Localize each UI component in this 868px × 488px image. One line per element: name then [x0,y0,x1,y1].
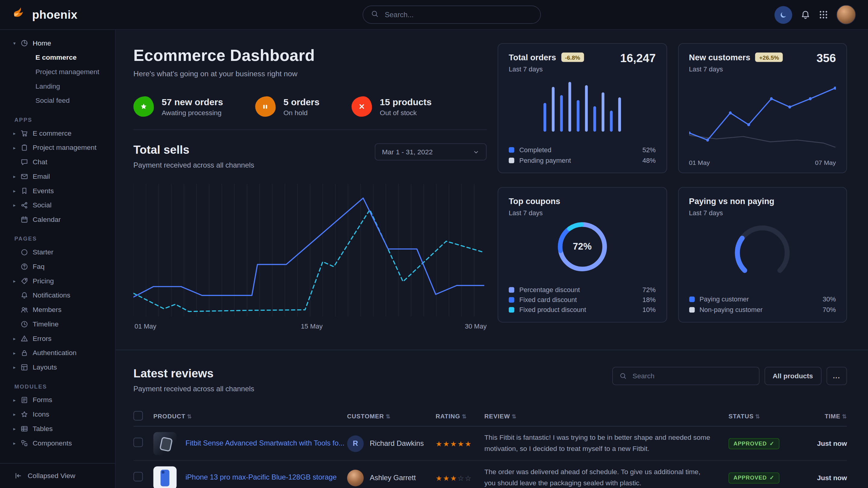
sidebar-item-landing[interactable]: Landing [0,79,115,93]
sidebar-item-calendar[interactable]: Calendar [0,213,115,227]
apps-menu-button[interactable] [819,10,828,19]
sidebar-item-errors[interactable]: ▸Errors [0,331,115,346]
more-options-button[interactable]: ... [826,367,847,385]
section-divider [116,350,868,350]
calendar-icon [21,216,33,224]
column-header-time[interactable]: TIME⇅ [801,413,847,419]
flag-icon [21,187,33,195]
users-icon [21,306,33,314]
brand-name: phoenix [32,8,77,22]
bar [610,110,613,132]
total-sells-chart: 01 May 15 May 30 May [133,184,487,317]
sidebar-item-label: Layouts [33,363,57,371]
sidebar-item-faq[interactable]: Faq [0,260,115,274]
stat-out-of-stock: 15 productsOut of stock [352,96,432,117]
date-range-select[interactable]: Mar 1 - 31, 2022 [375,143,487,160]
row-checkbox[interactable] [133,472,143,481]
sidebar-item-label: Pricing [33,277,54,285]
sidebar-item-events[interactable]: ▸Events [0,184,115,198]
all-products-button[interactable]: All products [764,367,821,385]
product-thumbnail[interactable] [153,432,177,455]
column-header-customer[interactable]: CUSTOMER⇅ [347,413,436,419]
sidebar-item-icons[interactable]: ▸Icons [0,407,115,422]
sidebar-item-components[interactable]: ▸Components [0,436,115,450]
user-avatar[interactable] [836,5,856,24]
notifications-button[interactable] [801,10,810,20]
sidebar-item-e-commerce[interactable]: E commerce [0,50,115,65]
reviews-table-header: PRODUCT⇅ CUSTOMER⇅ RATING⇅ REVIEW⇅ STATU… [133,406,847,426]
top-coupons-card: Top coupons Last 7 days 72% Percentage d… [498,187,667,323]
product-link[interactable]: Fitbit Sense Advanced Smartwatch with To… [185,438,344,448]
column-header-product[interactable]: PRODUCT⇅ [153,413,347,419]
reviews-search[interactable] [612,367,759,385]
column-header-review[interactable]: REVIEW⇅ [484,413,728,419]
legend-paying-customer: Paying customer30% [689,294,836,304]
customer-avatar [347,469,364,486]
sidebar-item-social[interactable]: ▸Social [0,198,115,213]
sidebar-item-label: Chat [33,158,47,166]
legend-swatch [689,296,694,302]
sidebar-item-project-management[interactable]: ▸Project management [0,140,115,155]
sidebar-item-project-management[interactable]: Project management [0,65,115,79]
sort-icon: ⇅ [512,413,517,419]
sidebar-item-e-commerce[interactable]: ▸E commerce [0,126,115,140]
rating-stars: ★★★★★ [436,438,485,449]
sidebar-item-label: Forms [33,396,52,404]
legend-value: 18% [642,296,656,304]
global-search-input[interactable] [384,10,533,19]
pause-icon [255,96,276,117]
reviews-search-input[interactable] [631,372,752,380]
form-icon [21,396,33,404]
sidebar-item-social-feed[interactable]: Social feed [0,93,115,108]
bar [585,85,588,131]
sidebar-item-chat[interactable]: Chat [0,155,115,169]
sidebar-item-home[interactable]: ▾Home [0,36,115,50]
sidebar-item-members[interactable]: Members [0,303,115,317]
caret-icon: ▸ [13,145,21,151]
sidebar-item-starter[interactable]: Starter [0,245,115,260]
legend-value: 10% [642,306,656,314]
bar [544,103,547,132]
sidebar-item-label: Starter [33,248,53,256]
sidebar-item-layouts[interactable]: ▸Layouts [0,360,115,375]
column-header-status[interactable]: STATUS⇅ [728,413,801,419]
caret-icon: ▸ [13,350,21,356]
sidebar-item-label: Authentication [33,349,76,357]
legend-label: Fixed product discount [519,306,586,314]
sidebar-item-label: Calendar [33,216,61,224]
legend-label: Completed [519,146,552,154]
row-checkbox[interactable] [133,438,143,447]
global-search[interactable] [363,5,541,24]
column-header-rating[interactable]: RATING⇅ [436,413,485,419]
review-text: This Fitbit is fantastic! I was trying t… [484,427,728,460]
sidebar-item-label: Members [33,306,62,314]
legend-swatch [689,307,694,312]
sidebar-item-pricing[interactable]: ▸Pricing [0,274,115,289]
sidebar-item-forms[interactable]: ▸Forms [0,393,115,407]
paying-vs-nonpaying-card: Paying vs non paying Last 7 days Paying … [678,187,847,323]
collapsed-view-toggle[interactable]: Collapsed View [0,463,115,488]
star-icon: ☆ [465,474,472,482]
kpi-cards: Total orders -6.8% Last 7 days 16,247 Co… [498,43,847,334]
sidebar-item-timeline[interactable]: Timeline [0,317,115,331]
clock-icon [21,320,33,328]
sort-icon: ⇅ [386,413,391,419]
star-icon [133,96,154,117]
sidebar-item-authentication[interactable]: ▸Authentication [0,346,115,360]
check-icon: ✓ [770,441,775,447]
product-link[interactable]: iPhone 13 pro max-Pacific Blue-128GB sto… [185,473,337,483]
sidebar-item-email[interactable]: ▸Email [0,169,115,184]
sidebar-item-label: Components [33,439,72,447]
legend-completed: Completed52% [509,144,656,155]
sidebar-item-tables[interactable]: ▸Tables [0,422,115,436]
stat-value: 15 products [380,96,432,107]
product-thumbnail[interactable] [153,466,177,488]
total-orders-card: Total orders -6.8% Last 7 days 16,247 Co… [498,43,667,173]
brand[interactable]: phoenix [12,6,77,23]
legend-percentage-discount: Percentage discount72% [509,285,656,295]
bar [560,95,563,132]
theme-toggle-button[interactable] [775,6,792,24]
sidebar-item-notifications[interactable]: Notifications [0,288,115,303]
total-sells-title: Total sells [133,143,254,157]
select-all-checkbox[interactable] [133,411,143,420]
